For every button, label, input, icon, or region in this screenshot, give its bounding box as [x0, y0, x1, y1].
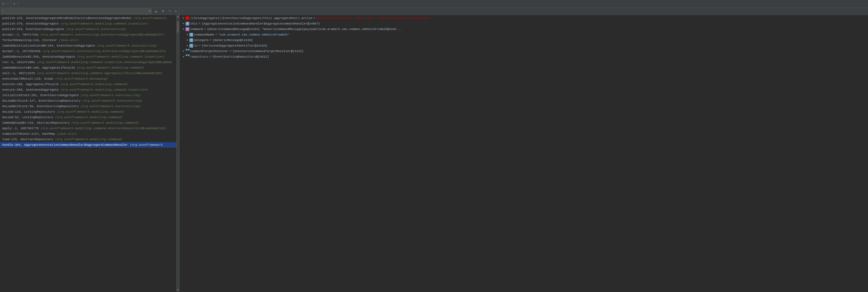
stack-frame[interactable]: doLoad:52, LockingRepository (org.axonfr… — [0, 115, 177, 120]
stack-frame[interactable]: initializeState:281, EventSourcedAggrega… — [0, 93, 177, 98]
stack-frame[interactable]: doLoadWithLock:127, EventSourcingReposit… — [0, 98, 177, 104]
variable-item[interactable]: ► repository = {EventSourcingRepository@… — [180, 54, 868, 60]
method-name: doLoadWithLock:50, EventSourcingReposito… — [2, 105, 81, 108]
var-value: "com.aramark.sms.common.AddSiteFromESS" — [218, 32, 289, 37]
package-name: (org.axonframework.eventsourcing) — [82, 99, 143, 103]
oo-type-icon — [186, 49, 190, 51]
package-name: (org.axonframework.eventsourcing.EventSo… — [40, 33, 164, 36]
method-name: lambda$execute$2:350, AnnotatedAggregate — [2, 55, 77, 59]
package-name: (org.axonframework.modelling.command.ins… — [60, 22, 148, 25]
stack-frame[interactable]: doLoadWithLock:50, EventSourcingReposito… — [0, 104, 177, 109]
variable-item[interactable]: ► f iv = {VersionedAggregateIdentifier@1… — [180, 43, 868, 48]
method-name: computeIfAbsent:1127, HashMap — [2, 132, 57, 136]
field-type-icon: f — [189, 38, 193, 42]
stack-frame[interactable]: lambda$load$4:116, AbstractRepository (o… — [0, 120, 177, 125]
stack-frame[interactable]: execute:350, AnnotatedAggregate (org.axo… — [0, 87, 177, 93]
scroll-up-button[interactable]: ▲ — [153, 8, 159, 14]
frames-tab[interactable]: ⊟ →* — [0, 0, 11, 7]
left-panel: ✓ ▼ ▲ ▼ ▽ + publish:242, AnnotatedAggreg… — [0, 8, 180, 292]
variable-item[interactable]: ► f delegate = {GenericMessage@14130} — [180, 37, 868, 43]
package-name: (org.axonframework.eventsourcing.EventSo… — [42, 49, 166, 53]
stack-frame[interactable]: publish:379, AnnotatedAggregate (org.axo… — [0, 21, 177, 27]
expand-icon[interactable]: ► — [186, 43, 189, 48]
variable-item[interactable]: ► f this = {AggregateAnnotationCommandHa… — [180, 21, 868, 27]
scroll-down-arrow[interactable]: ▼ — [177, 288, 179, 292]
stack-frame[interactable]: call:-1, 402713225 (org.axonframework.mo… — [0, 71, 177, 76]
variable-item[interactable]: ► P command = {GenericCommandMessage@141… — [180, 27, 868, 32]
stack-frame[interactable]: load:115, AbstractRepository (org.axonfr… — [0, 137, 177, 142]
add-button[interactable]: + — [174, 8, 178, 14]
method-name: lambda$execute$0:189, AggregateLifecycle — [2, 66, 77, 69]
stack-frame[interactable]: forEachRemaining:116, Iterator (java.uti… — [0, 37, 177, 43]
package-name: (org.axonframework. — [133, 16, 168, 20]
package-name: (org.axonframework.modelling.command.Agg… — [37, 72, 162, 75]
stack-frame[interactable]: handle:364, AggregateAnnotationCommandHa… — [0, 142, 177, 148]
expand-icon[interactable]: ► — [182, 27, 186, 32]
stack-frame[interactable]: publish:242, AnnotatedAggregateMetaModel… — [0, 15, 177, 21]
method-name: accept:-1, 704717101 — [2, 33, 40, 36]
package-name: (org.axonframework.eventsourcing) — [81, 105, 141, 108]
package-name: (java.util) — [57, 132, 77, 136]
variable-item[interactable]: ► f commandName = "com.aramark.sms.commo… — [180, 32, 868, 37]
variable-item[interactable]: ► commandTargetResolver = {AnnotationCom… — [180, 48, 868, 54]
var-name: commandName — [194, 32, 214, 37]
package-name: (java.util) — [59, 39, 79, 42]
stack-frame[interactable]: accept:-1, 1871582946 (org.axonframework… — [0, 48, 177, 54]
stack-frame[interactable]: accept:-1, 704717101 (org.axonframework.… — [0, 32, 177, 37]
variable-item[interactable]: ► ! ((SiteAggregate)((EventSourcedAggreg… — [180, 15, 868, 21]
expand-icon[interactable]: ► — [182, 49, 186, 54]
threads-tab[interactable]: ≡ →* — [11, 0, 22, 7]
package-name: (org.axonframework.modelling.command) — [55, 116, 122, 119]
scroll-down-button[interactable]: ▼ — [160, 8, 166, 14]
check-icon: ✓ — [2, 10, 4, 13]
expand-icon[interactable]: ► — [186, 32, 189, 37]
var-equals: = — [210, 54, 212, 59]
expand-icon[interactable]: ► — [182, 16, 186, 21]
var-equals: = — [199, 43, 201, 48]
scroll-track — [177, 19, 179, 288]
package-name: (org.axonframework.modelling.command.Abs… — [40, 127, 166, 130]
expand-icon[interactable]: ► — [182, 21, 186, 26]
thread-selector[interactable]: ✓ ▼ — [1, 8, 152, 14]
method-name: execute:350, AnnotatedAggregate — [2, 88, 60, 92]
stack-frame[interactable]: apply:-1, 1087361778 (org.axonframework.… — [0, 125, 177, 131]
main-content: ✓ ▼ ▲ ▼ ▽ + publish:242, AnnotatedAggreg… — [0, 8, 868, 292]
package-name: (org.axonframework.modelling.command) — [71, 121, 139, 124]
stack-frame[interactable]: lambda$initializeState$0:284, EventSourc… — [0, 43, 177, 48]
package-name: (org.axonframework.modelling.command) — [60, 83, 128, 86]
package-name: (org.axonframework.modelling.command.ins… — [77, 55, 164, 59]
var-value: {GenericCommandMessage@14104} "GenericCo… — [207, 27, 402, 32]
stack-frame[interactable]: doLoad:118, LockingRepository (org.axonf… — [0, 109, 177, 115]
variables-list: ► ! ((SiteAggregate)((EventSourcedAggreg… — [180, 15, 868, 292]
method-name: execute:188, AggregateLifecycle — [2, 83, 60, 86]
expand-icon[interactable]: ► — [182, 54, 186, 59]
frames-toolbar: ✓ ▼ ▲ ▼ ▽ + — [0, 8, 179, 15]
stack-frame[interactable]: executeWithResult:115, Scope (org.axonfr… — [0, 76, 177, 81]
scroll-up-arrow[interactable]: ▲ — [177, 15, 179, 19]
var-equals: = — [198, 21, 200, 26]
filter-button[interactable]: ▽ — [167, 9, 172, 13]
stack-frame[interactable]: lambda$execute$2:350, AnnotatedAggregate… — [0, 54, 177, 60]
stack-frame[interactable]: lambda$execute$0:189, AggregateLifecycle… — [0, 65, 177, 71]
stack-frame[interactable]: run:-1, 1011471001 (org.axonframework.mo… — [0, 60, 177, 65]
var-value: {AggregateAnnotationCommandHandler$Aggre… — [202, 21, 320, 26]
stack-list: publish:242, AnnotatedAggregateMetaModel… — [0, 15, 177, 292]
var-equals: = — [230, 49, 231, 54]
method-name: accept:-1, 1871582946 — [2, 49, 42, 53]
var-equals: = — [215, 32, 217, 37]
package-name: (org.axonframework.eventsourcing) — [97, 44, 157, 47]
threads-arrow: →* — [17, 2, 20, 5]
error-type-icon: ! — [186, 16, 189, 20]
package-name: (org.axonframework.modelling.command.ins… — [60, 88, 148, 92]
frames-arrow: →* — [6, 2, 9, 5]
stack-frame[interactable]: computeIfAbsent:1127, HashMap (java.util… — [0, 131, 177, 137]
dropdown-icon: ▼ — [149, 10, 150, 13]
var-equals: = — [313, 16, 315, 21]
method-name: run:-1, 1011471001 — [2, 61, 37, 64]
method-name: lambda$initializeState$0:284, EventSourc… — [2, 44, 97, 47]
stack-frame[interactable]: publish:253, EventSourcedAggregate (org.… — [0, 27, 177, 32]
stack-frame[interactable]: execute:188, AggregateLifecycle (org.axo… — [0, 81, 177, 87]
expand-icon[interactable]: ► — [186, 38, 189, 43]
scroll-thumb[interactable] — [177, 22, 179, 33]
field-type-icon: f — [186, 22, 189, 26]
